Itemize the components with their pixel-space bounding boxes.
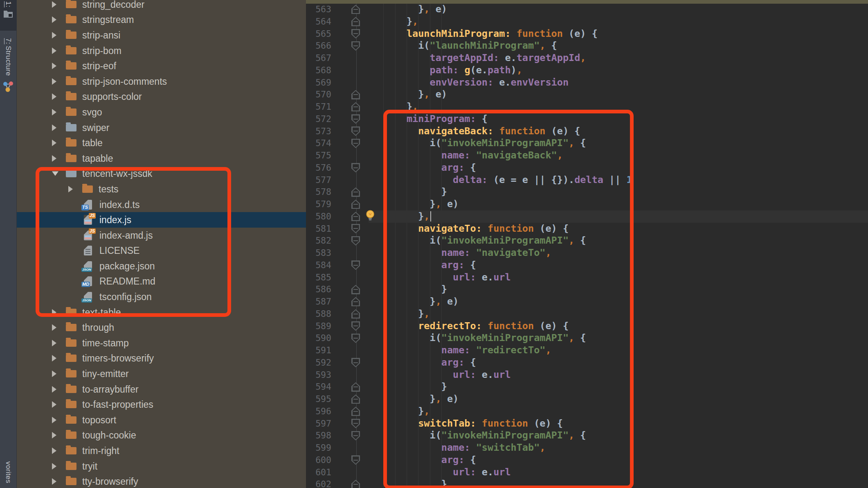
tree-item[interactable]: strip-json-comments xyxy=(17,74,306,89)
fold-marker-icon[interactable] xyxy=(351,297,360,306)
fold-marker-icon[interactable] xyxy=(351,199,360,209)
fold-marker-icon[interactable] xyxy=(351,102,360,111)
fold-marker-icon[interactable] xyxy=(351,285,360,294)
chevron-right-icon[interactable] xyxy=(52,140,56,146)
fold-marker-icon[interactable] xyxy=(351,29,360,38)
fold-slot xyxy=(331,16,369,28)
fold-marker-icon[interactable] xyxy=(351,236,360,246)
tree-item[interactable]: tapable xyxy=(17,151,306,166)
chevron-right-icon[interactable] xyxy=(52,63,56,69)
fold-marker-icon[interactable] xyxy=(351,41,360,51)
fold-marker-icon[interactable] xyxy=(351,114,360,124)
tree-item[interactable]: svgo xyxy=(17,104,306,120)
code-line[interactable]: 568 path: g(e.path), xyxy=(306,64,868,77)
chevron-right-icon[interactable] xyxy=(52,93,56,100)
fold-slot xyxy=(331,149,369,162)
intention-bulb-icon[interactable] xyxy=(365,210,375,223)
fold-marker-icon[interactable] xyxy=(351,394,360,404)
tool-button-structure[interactable]: 7:Structure xyxy=(0,38,16,93)
chevron-right-icon[interactable] xyxy=(52,478,56,485)
fold-slot xyxy=(331,357,369,369)
chevron-right-icon[interactable] xyxy=(52,78,56,85)
fold-marker-icon[interactable] xyxy=(351,260,360,270)
tool-button-project[interactable]: 1: xyxy=(0,0,16,31)
code-line[interactable]: 570 }, e) xyxy=(306,88,868,101)
tree-item[interactable]: tty-browserify xyxy=(17,474,306,488)
chevron-right-icon[interactable] xyxy=(52,47,56,54)
chevron-right-icon[interactable] xyxy=(52,340,56,346)
fold-marker-icon[interactable] xyxy=(351,5,360,14)
tree-item[interactable]: tiny-emitter xyxy=(17,366,306,382)
fold-slot xyxy=(331,442,369,454)
fold-marker-icon[interactable] xyxy=(351,139,360,148)
fold-marker-icon[interactable] xyxy=(351,382,360,392)
fold-marker-icon[interactable] xyxy=(351,419,360,428)
fold-marker-icon[interactable] xyxy=(351,455,360,465)
chevron-right-icon[interactable] xyxy=(52,355,56,361)
tree-item[interactable]: swiper xyxy=(17,120,306,136)
line-number: 570 xyxy=(306,90,331,99)
fold-marker-icon[interactable] xyxy=(351,480,360,488)
chevron-right-icon[interactable] xyxy=(52,16,56,23)
fold-slot xyxy=(331,454,369,466)
chevron-right-icon[interactable] xyxy=(52,432,56,438)
chevron-right-icon[interactable] xyxy=(52,463,56,470)
line-number: 563 xyxy=(306,5,331,14)
fold-marker-icon[interactable] xyxy=(351,321,360,331)
tree-item[interactable]: time-stamp xyxy=(17,335,306,351)
tree-item[interactable]: tryit xyxy=(17,459,306,474)
chevron-right-icon[interactable] xyxy=(52,32,56,38)
chevron-right-icon[interactable] xyxy=(52,109,56,115)
tree-item[interactable]: supports-color xyxy=(17,89,306,105)
tree-item[interactable]: table xyxy=(17,135,306,151)
code-line[interactable]: 569 envVersion: e.envVersion xyxy=(306,77,868,89)
tree-item[interactable]: stringstream xyxy=(17,12,306,28)
chevron-right-icon[interactable] xyxy=(52,324,56,331)
tree-item[interactable]: tough-cookie xyxy=(17,428,306,443)
tree-item[interactable]: strip-bom xyxy=(17,43,306,59)
chevron-right-icon[interactable] xyxy=(52,371,56,377)
fold-marker-icon[interactable] xyxy=(351,309,360,319)
fold-marker-icon[interactable] xyxy=(351,431,360,441)
chevron-right-icon[interactable] xyxy=(52,417,56,423)
code-line[interactable]: 564 }, xyxy=(306,16,868,28)
chevron-right-icon[interactable] xyxy=(52,386,56,393)
fold-marker-icon[interactable] xyxy=(351,163,360,172)
fold-marker-icon[interactable] xyxy=(351,90,360,99)
chevron-right-icon[interactable] xyxy=(52,401,56,408)
tree-item-label: supports-color xyxy=(82,91,142,102)
fold-slot xyxy=(331,3,369,16)
tree-item[interactable]: to-fast-properties xyxy=(17,397,306,412)
fold-slot xyxy=(331,28,369,40)
code-line[interactable]: 566 i("launchMiniProgram", { xyxy=(306,40,868,52)
tool-button-favorites[interactable]: vorites xyxy=(0,461,16,483)
fold-marker-icon[interactable] xyxy=(351,358,360,367)
tree-item[interactable]: toposort xyxy=(17,412,306,428)
line-number: 601 xyxy=(306,468,331,477)
tree-item[interactable]: strip-ansi xyxy=(17,27,306,43)
ide-window: 1: 7:Structure vorites string_decoderstr… xyxy=(0,0,868,488)
fold-marker-icon[interactable] xyxy=(351,334,360,343)
fold-marker-icon[interactable] xyxy=(351,127,360,136)
folder-icon xyxy=(66,478,76,485)
code-line[interactable]: 567 targetAppId: e.targetAppId, xyxy=(306,52,868,64)
tree-item[interactable]: through xyxy=(17,320,306,335)
fold-marker-icon[interactable] xyxy=(351,17,360,26)
fold-marker-icon[interactable] xyxy=(351,212,360,221)
code-line[interactable]: 563 }, e) xyxy=(306,3,868,16)
tree-item[interactable]: timers-browserify xyxy=(17,351,306,366)
folder-icon xyxy=(66,355,76,362)
chevron-right-icon[interactable] xyxy=(52,155,56,162)
tree-item[interactable]: string_decoder xyxy=(17,0,306,12)
chevron-right-icon[interactable] xyxy=(52,447,56,454)
chevron-right-icon[interactable] xyxy=(52,1,56,8)
tree-item[interactable]: to-arraybuffer xyxy=(17,382,306,397)
chevron-right-icon[interactable] xyxy=(52,124,56,131)
fold-marker-icon[interactable] xyxy=(351,188,360,197)
fold-marker-icon[interactable] xyxy=(351,224,360,233)
code-line[interactable]: 565 launchMiniProgram: function (e) { xyxy=(306,28,868,40)
fold-marker-icon[interactable] xyxy=(351,407,360,416)
tree-item[interactable]: trim-right xyxy=(17,443,306,459)
fold-slot xyxy=(331,64,369,77)
tree-item[interactable]: strip-eof xyxy=(17,58,306,74)
